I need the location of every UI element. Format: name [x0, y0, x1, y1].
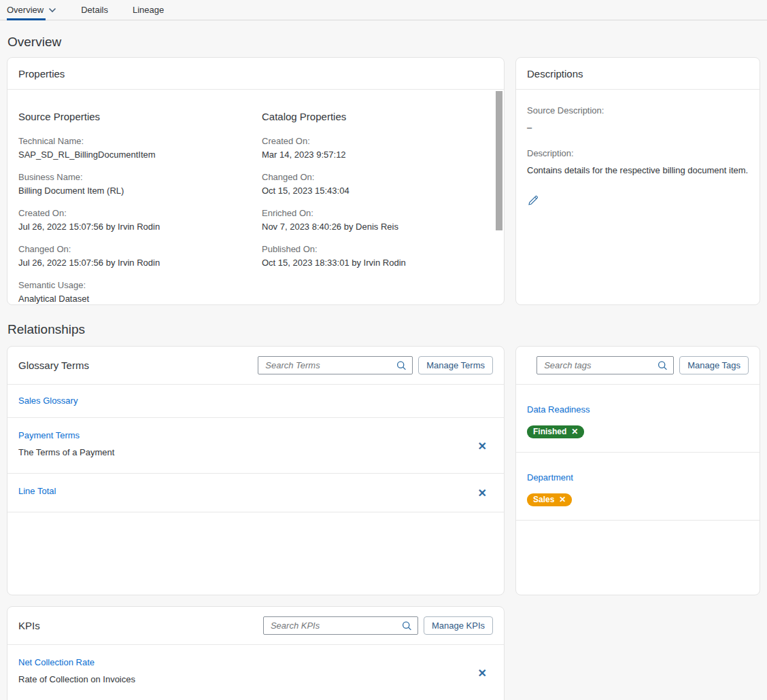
- field-label: Business Name:: [18, 171, 262, 184]
- glossary-controls: Manage Terms: [258, 356, 493, 374]
- tag-badge-label: Sales: [533, 495, 554, 504]
- descriptions-body: Source Description: – Description: Conta…: [516, 90, 760, 209]
- page-title: Overview: [7, 35, 760, 50]
- source-properties-column: Source Properties Technical Name: SAP_SD…: [18, 92, 262, 305]
- tags-card: Manage Tags Data Readiness Finished ✕ De…: [515, 346, 760, 595]
- glossary-item-line-total: Line Total ✕: [7, 474, 504, 512]
- source-description-field: Source Description: –: [527, 105, 749, 135]
- search-icon[interactable]: [658, 360, 668, 370]
- source-description-value: –: [527, 120, 749, 135]
- page-content: Overview Properties Source Properties Te…: [0, 35, 767, 700]
- tab-bar: Overview Details Lineage: [0, 0, 767, 20]
- glossary-term-link[interactable]: Sales Glossary: [18, 394, 78, 408]
- tag-badge-sales: Sales ✕: [527, 493, 572, 506]
- kpi-search-box: [263, 616, 418, 635]
- description-field: Description: Contains details for the re…: [527, 148, 749, 178]
- search-icon[interactable]: [396, 360, 407, 370]
- description-label: Description:: [527, 148, 749, 158]
- field-label: Technical Name:: [18, 135, 262, 148]
- remove-term-icon[interactable]: ✕: [478, 487, 487, 500]
- field-value: Jul 26, 2022 15:07:56 by Irvin Rodin: [18, 256, 262, 270]
- properties-card: Properties Source Properties Technical N…: [7, 57, 505, 305]
- kpi-description: Rate of Collection on Invoices: [18, 673, 463, 686]
- field-label: Semantic Usage:: [18, 279, 262, 292]
- field-value: Jul 26, 2022 15:07:56 by Irvin Rodin: [18, 220, 262, 234]
- tag-hierarchy-link[interactable]: Department: [527, 471, 573, 485]
- search-icon[interactable]: [402, 620, 412, 631]
- glossary-card-title: Glossary Terms: [18, 360, 89, 371]
- field-value: Oct 15, 2023 15:43:04: [262, 184, 493, 198]
- source-description-label: Source Description:: [527, 105, 749, 116]
- field-source-changed-on: Changed On: Jul 26, 2022 15:07:56 by Irv…: [18, 243, 262, 270]
- kpi-item-net-collection-rate: Net Collection Rate Rate of Collection o…: [7, 645, 504, 700]
- tag-badge-finished: Finished ✕: [527, 425, 584, 438]
- tag-group-data-readiness: Data Readiness Finished ✕: [516, 385, 760, 453]
- glossary-term-link[interactable]: Payment Terms: [18, 429, 80, 442]
- tab-details-label: Details: [81, 5, 108, 15]
- tag-hierarchy-link[interactable]: Data Readiness: [527, 403, 590, 417]
- glossary-item-sales-glossary: Sales Glossary: [7, 385, 504, 418]
- glossary-search-input[interactable]: [258, 356, 413, 374]
- tab-overview[interactable]: Overview: [7, 0, 56, 20]
- manage-terms-button[interactable]: Manage Terms: [418, 356, 493, 374]
- properties-body: Source Properties Technical Name: SAP_SD…: [7, 90, 504, 305]
- remove-term-icon[interactable]: ✕: [478, 439, 487, 452]
- kpi-card-title: KPIs: [18, 620, 40, 631]
- field-technical-name: Technical Name: SAP_SD_RL_BillingDocumen…: [18, 135, 262, 162]
- edit-description-icon[interactable]: [527, 195, 539, 209]
- description-value: Contains details for the respective bill…: [527, 163, 749, 178]
- descriptions-card-title: Descriptions: [516, 58, 760, 90]
- kpi-row: KPIs Manage KPIs Net Collection Rate Rat…: [7, 606, 760, 700]
- glossary-header: Glossary Terms Manage Terms: [7, 347, 504, 385]
- relationships-row: Glossary Terms Manage Terms Sales Glossa…: [7, 346, 760, 595]
- field-label: Created On:: [18, 207, 262, 220]
- descriptions-card: Descriptions Source Description: – Descr…: [515, 57, 760, 305]
- tag-group-department: Department Sales ✕: [516, 453, 760, 521]
- kpi-search-input[interactable]: [263, 616, 418, 635]
- properties-card-title: Properties: [7, 58, 504, 90]
- remove-tag-icon[interactable]: ✕: [559, 495, 566, 504]
- field-label: Changed On:: [262, 171, 493, 184]
- field-label: Changed On:: [18, 243, 262, 256]
- kpi-controls: Manage KPIs: [263, 616, 493, 635]
- glossary-term-description: The Terms of a Payment: [18, 446, 463, 459]
- glossary-term-link[interactable]: Line Total: [18, 485, 56, 498]
- field-value: Billing Document Item (RL): [18, 184, 262, 198]
- source-properties-title: Source Properties: [18, 111, 262, 122]
- field-value: SAP_SD_RL_BillingDocumentItem: [18, 148, 262, 162]
- tag-badge-label: Finished: [533, 427, 566, 436]
- manage-kpis-button[interactable]: Manage KPIs: [424, 616, 493, 635]
- field-value: Oct 15, 2023 18:33:01 by Irvin Rodin: [262, 256, 493, 270]
- tags-search-box: [536, 356, 674, 374]
- kpi-header: KPIs Manage KPIs: [7, 607, 504, 645]
- tags-header: Manage Tags: [516, 347, 760, 385]
- tags-search-input[interactable]: [536, 356, 674, 374]
- properties-scrollbar-thumb[interactable]: [496, 91, 502, 230]
- remove-tag-icon[interactable]: ✕: [571, 427, 578, 436]
- field-business-name: Business Name: Billing Document Item (RL…: [18, 171, 262, 198]
- catalog-properties-title: Catalog Properties: [262, 111, 493, 122]
- catalog-properties-column: Catalog Properties Created On: Mar 14, 2…: [262, 92, 493, 305]
- field-value: Nov 7, 2023 8:40:26 by Denis Reis: [262, 220, 493, 234]
- field-source-created-on: Created On: Jul 26, 2022 15:07:56 by Irv…: [18, 207, 262, 234]
- field-semantic-usage: Semantic Usage: Analytical Dataset: [18, 279, 262, 305]
- tab-overview-label: Overview: [7, 5, 44, 15]
- field-label: Enriched On:: [262, 207, 493, 220]
- field-enriched-on: Enriched On: Nov 7, 2023 8:40:26 by Deni…: [262, 207, 493, 234]
- tab-details[interactable]: Details: [81, 0, 108, 20]
- remove-kpi-icon[interactable]: ✕: [478, 666, 487, 679]
- kpi-card: KPIs Manage KPIs Net Collection Rate Rat…: [7, 606, 505, 700]
- field-catalog-created-on: Created On: Mar 14, 2023 9:57:12: [262, 135, 493, 162]
- chevron-down-icon[interactable]: [48, 5, 56, 15]
- manage-tags-button[interactable]: Manage Tags: [679, 356, 749, 374]
- kpi-link[interactable]: Net Collection Rate: [18, 656, 95, 669]
- tab-lineage[interactable]: Lineage: [133, 0, 164, 20]
- relationships-title: Relationships: [7, 322, 760, 337]
- glossary-terms-card: Glossary Terms Manage Terms Sales Glossa…: [7, 346, 505, 595]
- tab-lineage-label: Lineage: [133, 5, 164, 15]
- field-value: Mar 14, 2023 9:57:12: [262, 148, 493, 162]
- tags-controls: Manage Tags: [536, 356, 749, 374]
- field-label: Created On:: [262, 135, 493, 148]
- field-catalog-changed-on: Changed On: Oct 15, 2023 15:43:04: [262, 171, 493, 198]
- field-published-on: Published On: Oct 15, 2023 18:33:01 by I…: [262, 243, 493, 270]
